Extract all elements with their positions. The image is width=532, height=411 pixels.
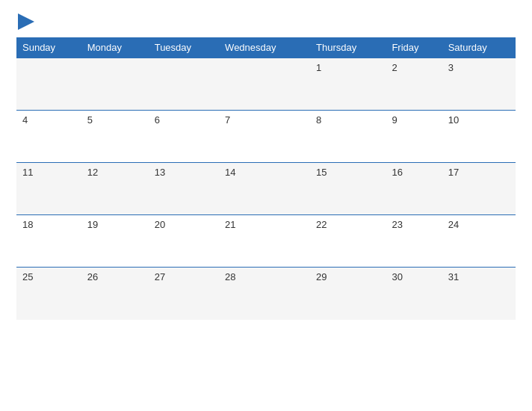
day-number: 19: [87, 219, 98, 230]
day-number: 5: [87, 114, 93, 126]
day-cell-2: 2: [386, 58, 442, 111]
weekday-header-sunday: Sunday: [16, 37, 81, 58]
week-row-5: 25262728293031: [16, 268, 516, 320]
week-row-2: 45678910: [16, 111, 516, 163]
day-cell-10: 10: [442, 111, 516, 163]
day-cell-17: 17: [442, 163, 516, 215]
day-cell-27: 27: [149, 268, 219, 320]
day-number: 2: [392, 62, 397, 73]
day-number: 28: [225, 271, 235, 282]
empty-cell: [149, 58, 219, 111]
day-number: 15: [316, 167, 327, 178]
day-number: 1: [316, 62, 321, 73]
day-number: 24: [448, 219, 459, 230]
svg-marker-0: [18, 13, 34, 30]
day-cell-25: 25: [16, 268, 81, 320]
day-cell-29: 29: [310, 268, 386, 320]
day-number: 26: [87, 271, 98, 282]
day-cell-11: 11: [16, 163, 81, 215]
logo: [16, 13, 37, 30]
week-row-4: 18192021222324: [16, 215, 516, 268]
day-cell-14: 14: [219, 163, 310, 215]
calendar-table: SundayMondayTuesdayWednesdayThursdayFrid…: [16, 37, 516, 320]
day-cell-13: 13: [149, 163, 219, 215]
day-cell-7: 7: [219, 111, 310, 163]
day-number: 12: [87, 167, 98, 178]
day-cell-24: 24: [442, 215, 516, 268]
day-number: 25: [22, 271, 33, 282]
day-cell-31: 31: [442, 268, 516, 320]
day-cell-8: 8: [310, 111, 386, 163]
logo-triangle-icon: [18, 13, 34, 30]
weekday-header-wednesday: Wednesday: [219, 37, 310, 58]
day-cell-4: 4: [16, 111, 81, 163]
weekday-header-friday: Friday: [386, 37, 442, 58]
day-cell-19: 19: [81, 215, 149, 268]
weekday-header-thursday: Thursday: [310, 37, 386, 58]
weekday-header-row: SundayMondayTuesdayWednesdayThursdayFrid…: [16, 37, 516, 58]
day-number: 10: [448, 114, 459, 126]
day-number: 7: [225, 114, 230, 126]
day-number: 18: [22, 219, 33, 230]
day-cell-22: 22: [310, 215, 386, 268]
day-number: 4: [22, 114, 28, 126]
day-number: 13: [155, 167, 165, 178]
day-cell-5: 5: [81, 111, 149, 163]
day-number: 8: [316, 114, 321, 126]
day-number: 31: [448, 271, 459, 282]
day-cell-20: 20: [149, 215, 219, 268]
empty-cell: [81, 58, 149, 111]
day-cell-26: 26: [81, 268, 149, 320]
day-number: 30: [392, 271, 402, 282]
calendar: SundayMondayTuesdayWednesdayThursdayFrid…: [0, 0, 532, 411]
day-number: 14: [225, 167, 235, 178]
day-cell-15: 15: [310, 163, 386, 215]
empty-cell: [16, 58, 81, 111]
week-row-1: 123: [16, 58, 516, 111]
day-cell-28: 28: [219, 268, 310, 320]
day-number: 20: [155, 219, 165, 230]
weekday-header-saturday: Saturday: [442, 37, 516, 58]
day-number: 17: [448, 167, 459, 178]
day-number: 27: [155, 271, 165, 282]
day-number: 11: [22, 167, 33, 178]
weekday-header-tuesday: Tuesday: [149, 37, 219, 58]
day-cell-21: 21: [219, 215, 310, 268]
day-number: 23: [392, 219, 402, 230]
day-cell-3: 3: [442, 58, 516, 111]
day-number: 16: [392, 167, 402, 178]
day-cell-16: 16: [386, 163, 442, 215]
day-cell-9: 9: [386, 111, 442, 163]
day-cell-30: 30: [386, 268, 442, 320]
day-number: 3: [448, 62, 454, 73]
day-cell-6: 6: [149, 111, 219, 163]
day-number: 21: [225, 219, 235, 230]
empty-cell: [219, 58, 310, 111]
weekday-header-monday: Monday: [81, 37, 149, 58]
day-cell-1: 1: [310, 58, 386, 111]
day-number: 22: [316, 219, 327, 230]
calendar-header: [16, 13, 516, 30]
week-row-3: 11121314151617: [16, 163, 516, 215]
day-number: 29: [316, 271, 327, 282]
day-cell-18: 18: [16, 215, 81, 268]
day-cell-23: 23: [386, 215, 442, 268]
day-number: 9: [392, 114, 397, 126]
day-cell-12: 12: [81, 163, 149, 215]
day-number: 6: [155, 114, 160, 126]
